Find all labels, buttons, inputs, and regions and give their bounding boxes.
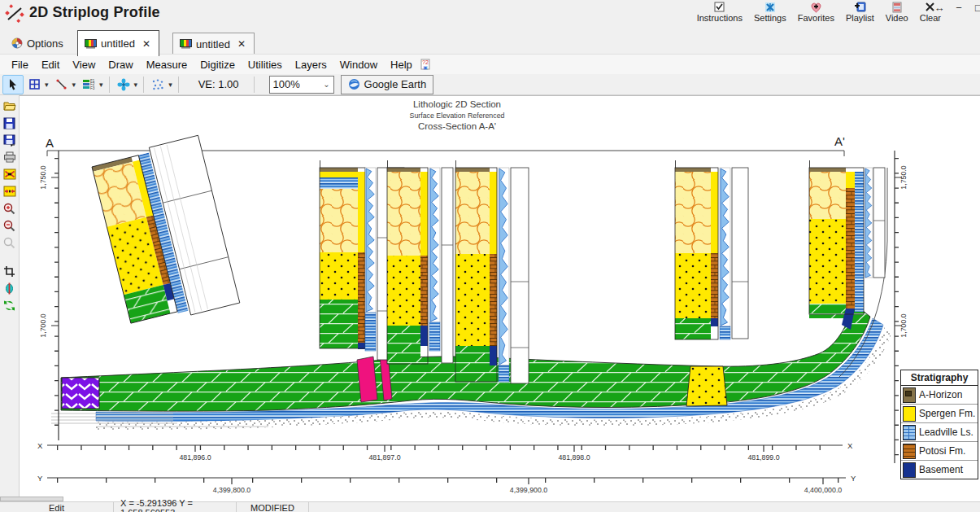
dropdown-arrow-icon[interactable]: ▾ bbox=[99, 81, 103, 89]
striplog-tilted[interactable] bbox=[91, 135, 240, 330]
print-button[interactable] bbox=[2, 149, 18, 165]
legend-title: Stratigraphy bbox=[901, 370, 978, 386]
menu-digitize[interactable]: Digitize bbox=[194, 57, 242, 72]
resize-control[interactable]: ↔ bbox=[934, 2, 945, 14]
pan-grid-tool-button[interactable] bbox=[24, 75, 45, 94]
y-tick-label: 4,400,000.0 bbox=[804, 486, 843, 494]
menu-file[interactable]: File bbox=[5, 57, 35, 72]
google-earth-button[interactable]: Google Earth bbox=[341, 75, 434, 94]
y-axis-label: Y bbox=[37, 474, 43, 483]
zoom-extents-button[interactable] bbox=[2, 166, 18, 182]
section-titles: Lithologic 2D Section Surface Elevation … bbox=[410, 99, 505, 131]
x-tick-label: 481,898.0 bbox=[558, 453, 590, 462]
zoom-in-icon bbox=[3, 203, 15, 215]
spergen-lens bbox=[686, 366, 727, 406]
menu-utilities[interactable]: Utilities bbox=[242, 57, 289, 72]
tab-untitled-2[interactable]: untitled ✕ bbox=[172, 33, 255, 55]
window-controls: ↔ − □ bbox=[934, 2, 980, 14]
dropdown-arrow-icon[interactable]: ▾ bbox=[168, 81, 172, 89]
menu-edit[interactable]: Edit bbox=[35, 57, 66, 72]
striplog-5[interactable] bbox=[809, 160, 885, 330]
save-as-button[interactable] bbox=[2, 132, 18, 148]
striplog-thumb-icon bbox=[180, 39, 192, 49]
menu-window[interactable]: Window bbox=[333, 57, 384, 72]
elevation-tick-label: 1,700.0 bbox=[899, 313, 908, 337]
striplog-thumb-icon bbox=[85, 39, 97, 49]
zoom-in-button[interactable] bbox=[2, 200, 18, 217]
x-axis-label: X bbox=[37, 441, 43, 450]
title-bar: 2D Striplog Profile Instructions Setting… bbox=[0, 0, 980, 28]
status-modified-flag: MODIFIED bbox=[236, 502, 309, 512]
basement-swatch bbox=[903, 462, 916, 478]
scatter-tool-button[interactable] bbox=[147, 75, 168, 94]
section-title: Lithologic 2D Section bbox=[413, 99, 501, 109]
zoom-previous-button[interactable] bbox=[2, 234, 18, 251]
line-tool-button[interactable] bbox=[51, 75, 72, 94]
legend-item-spergen: Spergen Fm. bbox=[901, 405, 978, 423]
video-button[interactable]: Video bbox=[886, 1, 908, 23]
favorites-button[interactable]: Favorites bbox=[798, 1, 834, 23]
google-earth-icon bbox=[348, 78, 360, 90]
zoom-out-icon bbox=[3, 220, 15, 232]
refresh-button[interactable] bbox=[2, 297, 18, 313]
playlist-button[interactable]: Playlist bbox=[846, 1, 874, 23]
symbol-tool-button[interactable] bbox=[113, 75, 134, 94]
x-axis-label: X bbox=[847, 441, 853, 450]
menu-help[interactable]: Help bbox=[384, 57, 419, 72]
dropdown-arrow-icon[interactable]: ▾ bbox=[72, 81, 76, 89]
toolbar-separator bbox=[109, 77, 110, 93]
menu-view[interactable]: View bbox=[66, 57, 102, 72]
elevation-tick-label: 1,750.0 bbox=[39, 165, 47, 189]
maximize-control[interactable]: □ bbox=[973, 2, 980, 14]
ahorizon-swatch bbox=[903, 387, 916, 403]
striplog-4[interactable] bbox=[675, 160, 748, 339]
crop-button[interactable] bbox=[2, 263, 18, 279]
menu-layers[interactable]: Layers bbox=[289, 57, 333, 72]
legend-item-potosi: Potosi Fm. bbox=[901, 442, 978, 461]
help-doc-icon[interactable]: ?2 ▣ bbox=[420, 59, 430, 70]
x-axis: X X 481,896.0 481,897.0 481,898.0 481,89… bbox=[37, 441, 853, 462]
section-canvas-area[interactable]: Lithologic 2D Section Surface Elevation … bbox=[20, 95, 980, 499]
zoom-window-button[interactable] bbox=[2, 183, 18, 199]
minimize-control[interactable]: − bbox=[953, 2, 965, 14]
select-tool-button[interactable] bbox=[2, 75, 24, 94]
dropdown-arrow-icon[interactable]: ▾ bbox=[45, 81, 49, 89]
open-folder-icon bbox=[3, 100, 16, 112]
center-marker-button[interactable] bbox=[2, 280, 18, 296]
heart-plus-icon bbox=[810, 1, 822, 13]
tab-options[interactable]: Options bbox=[5, 33, 70, 54]
status-coordinates: X = -5.291396 Y = 1,658.560553 bbox=[114, 502, 236, 512]
refresh-icon bbox=[3, 300, 15, 312]
legend-item-ahorizon: A-Horizon bbox=[901, 386, 978, 405]
main-toolbar: ▾ ▾ F1F2F3 ▾ ▾ ▾ VE: 1.00 bbox=[0, 74, 980, 95]
line-icon bbox=[55, 78, 68, 90]
basement-purple-block bbox=[62, 378, 99, 409]
tab-close-icon[interactable]: ✕ bbox=[236, 38, 247, 50]
zoom-out-button[interactable] bbox=[2, 217, 18, 234]
striplog-tool-button[interactable]: F1F2F3 bbox=[78, 75, 99, 94]
checkbox-icon bbox=[714, 1, 725, 13]
toolbar-separator bbox=[178, 77, 179, 93]
stratigraphy-legend: Stratigraphy A-Horizon Spergen Fm. Leadv… bbox=[900, 370, 978, 479]
save-button[interactable] bbox=[2, 115, 18, 131]
striplog-layers-icon: F1F2F3 bbox=[82, 78, 95, 90]
menu-draw[interactable]: Draw bbox=[102, 57, 139, 72]
striplog-2[interactable] bbox=[387, 160, 453, 364]
menu-measure[interactable]: Measure bbox=[140, 57, 194, 72]
leadville-swatch bbox=[903, 425, 916, 440]
tab-close-icon[interactable]: ✕ bbox=[141, 38, 152, 50]
zoom-level-select[interactable]: 100%⌄ bbox=[269, 76, 334, 94]
section-start-label: A bbox=[46, 136, 54, 150]
cross-section-drawing: Lithologic 2D Section Surface Elevation … bbox=[20, 96, 980, 498]
tab-untitled-1[interactable]: untitled ✕ bbox=[77, 30, 159, 56]
open-button[interactable] bbox=[2, 98, 18, 114]
dropdown-arrow-icon[interactable]: ▾ bbox=[134, 81, 138, 89]
settings-button[interactable]: Settings bbox=[754, 1, 786, 23]
grid-icon bbox=[28, 78, 41, 90]
striplog-3[interactable] bbox=[455, 160, 529, 383]
vertical-exaggeration-button[interactable]: VE: 1.00 bbox=[187, 77, 250, 92]
zoom-previous-icon bbox=[3, 237, 15, 249]
instructions-button[interactable]: Instructions bbox=[697, 1, 743, 23]
svg-text:▣: ▣ bbox=[423, 65, 428, 70]
floppy-save-as-icon bbox=[3, 134, 15, 147]
